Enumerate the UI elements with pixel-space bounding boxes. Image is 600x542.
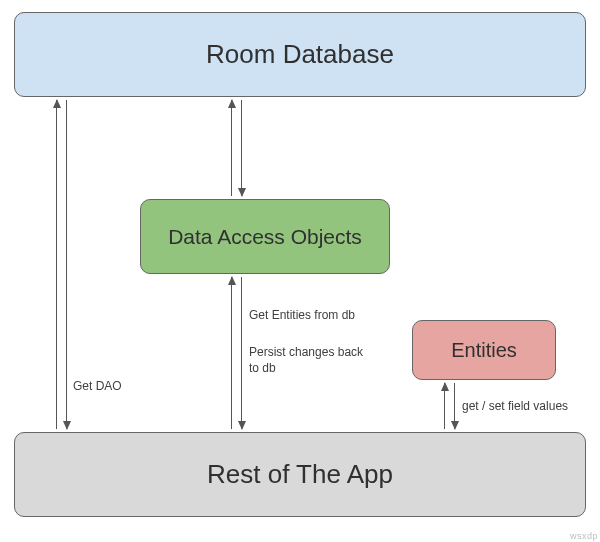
- arrow-db-to-dao-down: [241, 100, 242, 196]
- rest-of-app-box: Rest of The App: [14, 432, 586, 517]
- entities-box: Entities: [412, 320, 556, 380]
- label-field-values: get / set field values: [462, 398, 568, 414]
- label-get-entities: Get Entities from db: [249, 307, 355, 323]
- arrow-ent-to-app-down: [454, 383, 455, 429]
- entities-label: Entities: [451, 339, 517, 362]
- arrow-dao-to-app-down: [241, 277, 242, 429]
- room-database-label: Room Database: [206, 39, 394, 70]
- rest-of-app-label: Rest of The App: [207, 459, 393, 490]
- label-persist-changes: Persist changes back to db: [249, 344, 369, 376]
- dao-box: Data Access Objects: [140, 199, 390, 274]
- watermark-text: wsxdp: [570, 531, 598, 541]
- arrow-ent-to-app-up: [444, 383, 445, 429]
- dao-label: Data Access Objects: [168, 225, 362, 249]
- label-get-dao: Get DAO: [73, 378, 122, 394]
- arrow-dao-to-app-up: [231, 277, 232, 429]
- arrow-db-to-dao-up: [231, 100, 232, 196]
- arrow-db-to-app-up: [56, 100, 57, 429]
- room-database-box: Room Database: [14, 12, 586, 97]
- arrow-db-to-app-down: [66, 100, 67, 429]
